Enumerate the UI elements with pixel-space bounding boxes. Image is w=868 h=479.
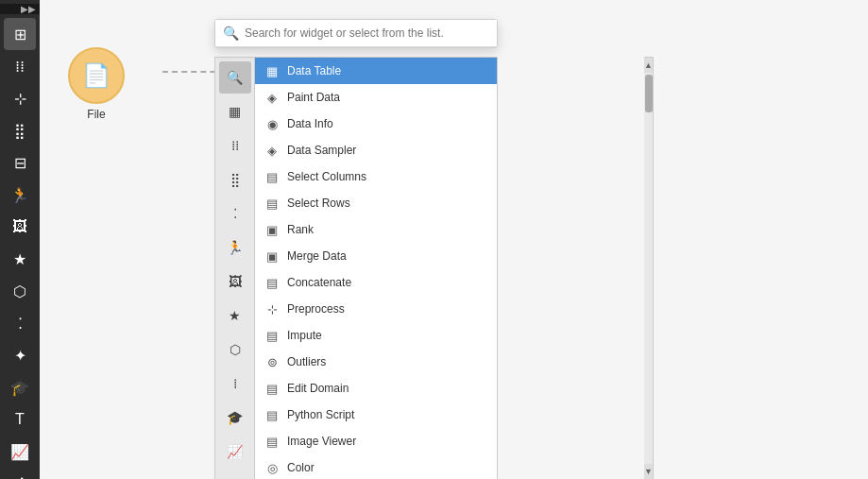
rank-label: Rank [287,223,314,236]
image-viewer-label: Image Viewer [287,435,356,448]
color-label: Color [287,461,315,474]
edit-domain-icon: ▤ [264,382,280,396]
img-cat-icon[interactable]: 🖼 [219,265,251,298]
sidebar: ▶▶ ⊞⁞⁞⊹⣿⊟🏃🖼★⬡⁚✦🎓T📈⣾🌐 [0,0,40,479]
person-icon[interactable]: 🏃 [4,179,36,211]
select-columns-label: Select Columns [287,170,366,183]
list-item-outliers[interactable]: ⊚Outliers [255,349,497,375]
scroll-down-arrow[interactable]: ▼ [644,464,653,479]
search-cat-icon[interactable]: 🔍 [219,61,251,94]
list-item-image-viewer[interactable]: ▤Image Viewer [255,428,497,454]
image-icon[interactable]: 🖼 [4,211,36,243]
merge-data-label: Merge Data [287,249,347,263]
text-icon[interactable]: T [4,403,36,436]
category-panel: 🔍▦⁞⁞⣿⁚🏃🖼★⬡⁞🎓📈⣾ [214,57,254,479]
file-node[interactable]: 📄 File [68,47,125,121]
sidebar-collapse-icon[interactable]: ▶▶ [21,4,36,14]
color-icon: ◎ [264,461,280,475]
person-cat-icon[interactable]: 🏃 [219,231,251,264]
table-cat-icon[interactable]: ▦ [219,95,251,128]
list-item-impute[interactable]: ▤Impute [255,322,497,349]
search-popup: 🔍 [214,19,498,48]
python-script-label: Python Script [287,408,354,421]
chart-cat-icon[interactable]: 📈 [219,436,251,468]
star-cat-icon[interactable]: ★ [219,299,251,332]
search-bar: 🔍 [215,20,497,47]
grad-cat-icon[interactable]: 🎓 [219,402,251,434]
impute-icon: ▤ [264,329,280,343]
network-icon[interactable]: ⬡ [4,275,36,307]
outliers-icon: ⊚ [264,355,280,369]
edit-domain-label: Edit Domain [287,382,349,395]
grid-icon[interactable]: ⊞ [4,18,36,50]
dots-cat-icon[interactable]: ⁞⁞ [219,129,251,162]
list-item-select-rows[interactable]: ▤Select Rows [255,190,497,216]
file-symbol: 📄 [82,62,111,89]
dots-icon[interactable]: ⣿ [4,114,36,146]
list-item-rank[interactable]: ▣Rank [255,216,497,243]
neural-cat-icon[interactable]: ⁞ [219,368,251,400]
select-columns-icon: ▤ [264,170,280,184]
scatter-icon[interactable]: ⁞⁞ [4,50,36,82]
preprocess-icon: ⊹ [264,302,280,316]
list-item-paint-data[interactable]: ◈Paint Data [255,84,497,111]
outliers-label: Outliers [287,355,326,368]
data-sampler-icon: ◈ [264,144,280,158]
paint-data-label: Paint Data [287,91,340,104]
list-item-data-info[interactable]: ◉Data Info [255,111,497,137]
scroll-thumb[interactable] [645,75,653,112]
data-info-icon: ◉ [264,117,280,131]
list-item-edit-domain[interactable]: ▤Edit Domain [255,375,497,402]
filter-icon[interactable]: ⊟ [4,146,36,179]
list-item-select-columns[interactable]: ▤Select Columns [255,163,497,190]
filter-cat-icon[interactable]: ⣿ [219,163,251,196]
hierarchy-icon[interactable]: ⊹ [4,82,36,114]
canvas-area: 📄 File 🔍 🔍▦⁞⁞⣿⁚🏃🖼★⬡⁞🎓📈⣾ ▲ ▼ ▦Data Table◈… [40,0,868,479]
chart-icon[interactable]: 📈 [4,436,36,468]
select-rows-label: Select Rows [287,197,350,210]
image-viewer-icon: ▤ [264,435,280,449]
dots2-icon[interactable]: ⁚ [4,307,36,339]
data-info-label: Data Info [287,117,333,130]
impute-label: Impute [287,329,322,342]
concatenate-label: Concatenate [287,276,351,289]
file-label: File [87,108,105,121]
list-item-concatenate[interactable]: ▤Concatenate [255,269,497,296]
list-item-color[interactable]: ◎Color [255,454,497,479]
concatenate-icon: ▤ [264,276,280,290]
merge-data-icon: ▣ [264,249,280,264]
sidebar-header: ▶▶ [0,4,40,14]
list-item-python-script[interactable]: ▤Python Script [255,402,497,428]
select-rows-icon: ▤ [264,197,280,211]
python-script-icon: ▤ [264,408,280,422]
rank-icon: ▣ [264,223,280,237]
preprocess-label: Preprocess [287,302,345,316]
list-item-data-table[interactable]: ▦Data Table [255,58,497,84]
list-item-preprocess[interactable]: ⊹Preprocess [255,296,497,322]
scatter2-icon[interactable]: ⣾ [4,468,36,479]
dots4-cat-icon[interactable]: ⬡ [219,334,251,366]
scroll-up-arrow[interactable]: ▲ [644,58,653,73]
data-sampler-label: Data Sampler [287,144,356,157]
list-panel: ▦Data Table◈Paint Data◉Data Info◈Data Sa… [254,57,498,479]
neural-icon[interactable]: ✦ [4,339,36,371]
star-icon[interactable]: ★ [4,243,36,275]
search-input[interactable] [245,26,489,40]
data-table-icon: ▦ [264,64,280,78]
search-bar-icon: 🔍 [223,26,239,41]
grad-icon[interactable]: 🎓 [4,371,36,403]
dots3-cat-icon[interactable]: ⁚ [219,197,251,230]
list-item-merge-data[interactable]: ▣Merge Data [255,243,497,269]
file-icon: 📄 [68,47,125,104]
data-table-label: Data Table [287,64,341,77]
list-item-data-sampler[interactable]: ◈Data Sampler [255,137,497,163]
paint-data-icon: ◈ [264,91,280,105]
list-scrollbar: ▲ ▼ [644,57,654,479]
scatter3-cat-icon[interactable]: ⣾ [219,470,251,479]
